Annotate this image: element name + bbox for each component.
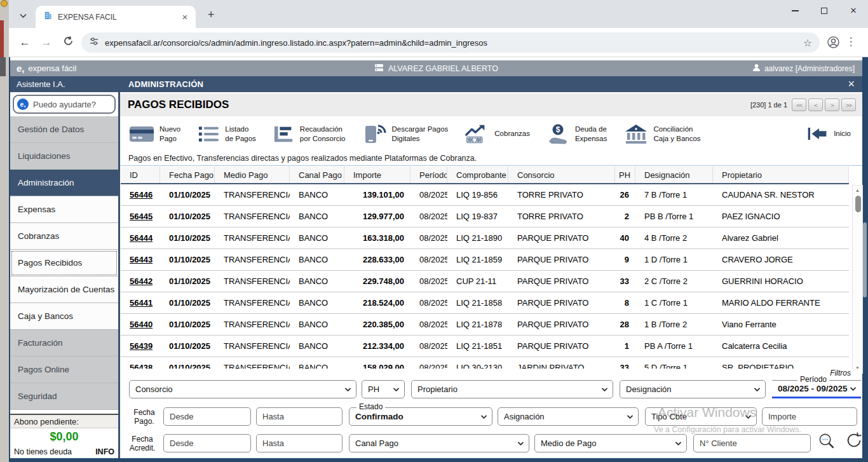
sidebar-item-facturaci-n[interactable]: Facturación xyxy=(10,330,118,357)
building-favicon-icon xyxy=(43,11,53,23)
fecha-acredit-desde-input[interactable] xyxy=(163,434,251,452)
table-cell: Calcaterra Cecilia xyxy=(722,341,787,351)
column-header-id[interactable]: ID xyxy=(121,166,160,183)
n-cliente-input[interactable] xyxy=(693,434,811,452)
minimize-button[interactable] xyxy=(780,0,810,22)
table-row: 5644101/10/2025TRANSFERENCIABANCO218.524… xyxy=(121,292,849,314)
designacion-select[interactable]: Designación xyxy=(620,380,766,398)
payment-id-link[interactable]: 56446 xyxy=(130,190,153,200)
table-cell: CRAVERO JORGE xyxy=(722,255,793,264)
propietario-select[interactable]: Propietario xyxy=(411,380,613,398)
new-tab-button[interactable]: + xyxy=(203,7,219,22)
table-cell: TRANSFERENCIA xyxy=(224,341,290,351)
collection-chart-icon xyxy=(273,125,295,144)
table-scrollbar[interactable]: ▲ ▼ xyxy=(852,185,863,374)
column-header-ph[interactable]: PH xyxy=(615,166,635,183)
toolbar-deuda-de-expensas-button[interactable]: $Deuda deExpensas xyxy=(547,124,607,144)
payment-id-link[interactable]: 56439 xyxy=(130,341,153,351)
sidebar-item-gesti-n-de-datos[interactable]: Gestión de Datos xyxy=(10,116,118,143)
asignacion-select[interactable]: Asignación xyxy=(498,407,639,426)
sidebar-item-caja-y-bancos[interactable]: Caja y Bancos xyxy=(10,303,118,330)
table-cell: BANCO xyxy=(299,276,328,286)
column-header-fecha-pago[interactable]: Fecha Pago xyxy=(160,166,215,183)
credit-card-icon xyxy=(129,125,154,144)
sidebar-item-pagos-online[interactable]: Pagos Online xyxy=(10,357,118,383)
importe-input[interactable] xyxy=(762,407,857,426)
toolbar-cobranzas-button[interactable]: Cobranzas xyxy=(465,124,530,144)
scroll-up-icon[interactable]: ▲ xyxy=(853,187,862,193)
payment-id-link[interactable]: 56445 xyxy=(130,212,153,221)
sidebar-item-cobranzas[interactable]: Cobranzas xyxy=(10,223,118,250)
forward-button[interactable]: → xyxy=(37,33,56,52)
pagination-next[interactable]: > xyxy=(825,99,839,111)
search-icon[interactable] xyxy=(817,433,836,452)
sidebar-item-administraci-n[interactable]: Administración xyxy=(10,170,118,196)
refresh-results-icon[interactable] xyxy=(844,432,864,451)
medio-pago-select[interactable]: Medio de Pago xyxy=(534,434,687,452)
toolbar-conciliaci-n-caja-y-bancos-button[interactable]: ConciliaciónCaja y Bancos xyxy=(624,124,700,144)
window-close-button[interactable]: × xyxy=(839,0,868,22)
assistant-input[interactable]: e, Puedo ayudarte? xyxy=(13,95,116,114)
site-settings-icon[interactable] xyxy=(89,36,99,49)
info-link[interactable]: INFO xyxy=(95,447,114,456)
table-cell: 40 xyxy=(620,233,629,243)
column-header-canal-pago[interactable]: Canal Pago xyxy=(290,166,344,183)
column-header-medio-pago[interactable]: Medio Pago xyxy=(215,166,290,183)
toolbar-listado-de-pagos-button[interactable]: Listadode Pagos xyxy=(198,125,256,144)
ph-select[interactable]: PH xyxy=(362,380,405,398)
payment-id-link[interactable]: 56443 xyxy=(130,255,153,264)
reload-button[interactable] xyxy=(58,33,78,52)
browser-tab[interactable]: EXPENSA FACIL × xyxy=(36,6,196,28)
toolbar-inicio-button[interactable]: Inicio xyxy=(807,126,851,141)
table-cell: 8 xyxy=(625,298,629,308)
bookmark-star-icon[interactable]: ☆ xyxy=(803,37,812,49)
toolbar-item-label: ConciliaciónCaja y Bancos xyxy=(653,125,700,143)
address-bar[interactable]: expensafacil.ar/consorcio/cs/admin/admin… xyxy=(81,32,820,53)
tipo-cbte-select[interactable]: Tipo Cbte xyxy=(645,407,757,426)
canal-pago-select[interactable]: Canal Pago xyxy=(349,434,529,452)
sidebar-item-seguridad[interactable]: Seguridad xyxy=(10,383,118,410)
back-button[interactable]: ← xyxy=(15,33,34,52)
column-header-propietario[interactable]: Propietario xyxy=(713,166,849,183)
column-header-importe[interactable]: Importe xyxy=(344,166,410,183)
fecha-pago-desde-input[interactable] xyxy=(163,407,251,426)
payment-id-link[interactable]: 56440 xyxy=(130,320,153,329)
fecha-pago-hasta-input[interactable] xyxy=(256,407,342,426)
sidebar-item-liquidaciones[interactable]: Liquidaciones xyxy=(10,143,118,170)
tab-search-button[interactable] xyxy=(15,8,31,23)
toolbar-descargar-pagos-digitales-button[interactable]: Descargar PagosDigitales xyxy=(362,124,448,144)
toolbar-recaudaci-n-por-consorcio-button[interactable]: Recaudaciónpor Consorcio xyxy=(273,125,346,144)
column-header-designaci-n[interactable]: Designación xyxy=(635,166,713,183)
browser-menu-button[interactable]: ⋮ xyxy=(845,35,857,48)
pagination-first[interactable]: << xyxy=(792,99,806,111)
consorcio-select[interactable]: Consorcio xyxy=(129,380,356,398)
column-header-per-odo[interactable]: Período xyxy=(410,166,447,183)
tab-close-icon[interactable]: × xyxy=(179,11,191,23)
sidebar-footer: Abono pendiente: $0,00 No tienes deuda I… xyxy=(10,414,118,458)
close-section-icon[interactable]: × xyxy=(848,78,855,91)
column-header-consorcio[interactable]: Consorcio xyxy=(508,166,615,183)
payment-id-link[interactable]: 56442 xyxy=(130,276,153,286)
maximize-button[interactable] xyxy=(810,0,839,22)
sidebar-item-mayorizaci-n-de-cuentas[interactable]: Mayorización de Cuentas xyxy=(10,276,118,303)
sidebar-item-pagos-recibidos[interactable]: Pagos Recibidos xyxy=(10,250,118,276)
pagination-last[interactable]: >> xyxy=(841,99,856,111)
fecha-acredit-hasta-input[interactable] xyxy=(256,434,342,452)
dollar-hand-icon: $ xyxy=(547,124,570,144)
url-text: expensafacil.ar/consorcio/cs/admin/admin… xyxy=(105,38,798,48)
section-title: ADMINISTRACIÓN xyxy=(118,79,203,89)
payment-id-link[interactable]: 56444 xyxy=(130,233,153,243)
section-bar: Asistente I.A. ADMINISTRACIÓN × xyxy=(10,76,862,92)
logged-user[interactable]: aalvarez [Administradores] xyxy=(752,64,855,74)
payment-id-link[interactable]: 56441 xyxy=(130,298,153,308)
chevron-down-icon xyxy=(344,387,351,391)
table-cell: 1 B /Torre 2 xyxy=(644,320,687,329)
sidebar-item-expensas[interactable]: Expensas xyxy=(10,196,118,223)
pagination-prev[interactable]: < xyxy=(808,99,823,111)
chevron-down-icon xyxy=(480,414,487,419)
toolbar-nuevo-pago-button[interactable]: NuevoPago xyxy=(129,125,180,144)
table-scrollbar-thumb[interactable] xyxy=(855,196,861,212)
profile-button[interactable] xyxy=(827,36,840,51)
column-header-comprobante[interactable]: Comprobante xyxy=(447,166,508,183)
page-scrollbar-thumb[interactable] xyxy=(863,222,867,297)
